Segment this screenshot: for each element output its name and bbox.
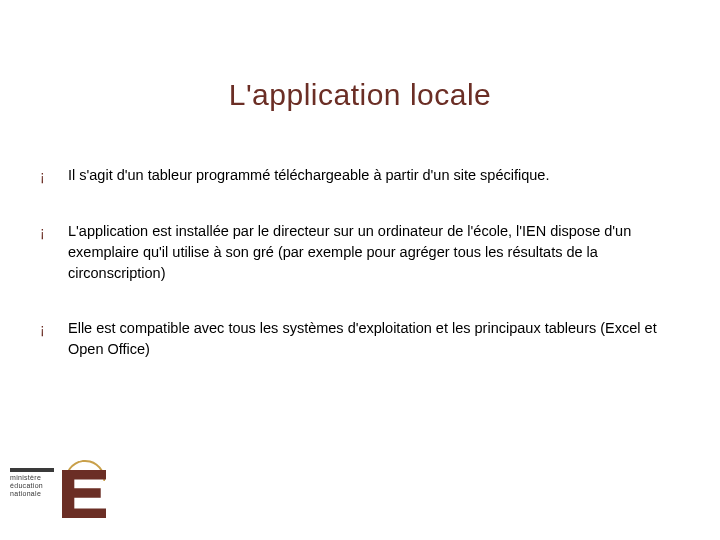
bullet-text: L'application est installée par le direc… bbox=[68, 221, 680, 284]
bullet-marker-icon: ¡ bbox=[40, 221, 68, 243]
bullet-item: ¡ Il s'agit d'un tableur programmé téléc… bbox=[40, 165, 680, 187]
logo-letter-icon bbox=[62, 470, 106, 518]
bullet-item: ¡ L'application est installée par le dir… bbox=[40, 221, 680, 284]
logo-line: ministère bbox=[10, 474, 43, 482]
logo-text: ministère éducation nationale bbox=[10, 474, 43, 498]
bullet-text: Il s'agit d'un tableur programmé télécha… bbox=[68, 165, 680, 186]
ministry-logo: ministère éducation nationale bbox=[0, 460, 110, 540]
slide-title: L'application locale bbox=[0, 78, 720, 112]
logo-emblem-icon bbox=[58, 460, 110, 522]
slide: L'application locale ¡ Il s'agit d'un ta… bbox=[0, 0, 720, 540]
bullet-marker-icon: ¡ bbox=[40, 165, 68, 187]
bullet-text: Elle est compatible avec tous les systèm… bbox=[68, 318, 680, 360]
bullet-item: ¡ Elle est compatible avec tous les syst… bbox=[40, 318, 680, 360]
logo-line: éducation bbox=[10, 482, 43, 490]
bullet-marker-icon: ¡ bbox=[40, 318, 68, 340]
slide-content: ¡ Il s'agit d'un tableur programmé téléc… bbox=[40, 165, 680, 394]
logo-bar-icon bbox=[10, 468, 54, 472]
logo-line: nationale bbox=[10, 490, 43, 498]
